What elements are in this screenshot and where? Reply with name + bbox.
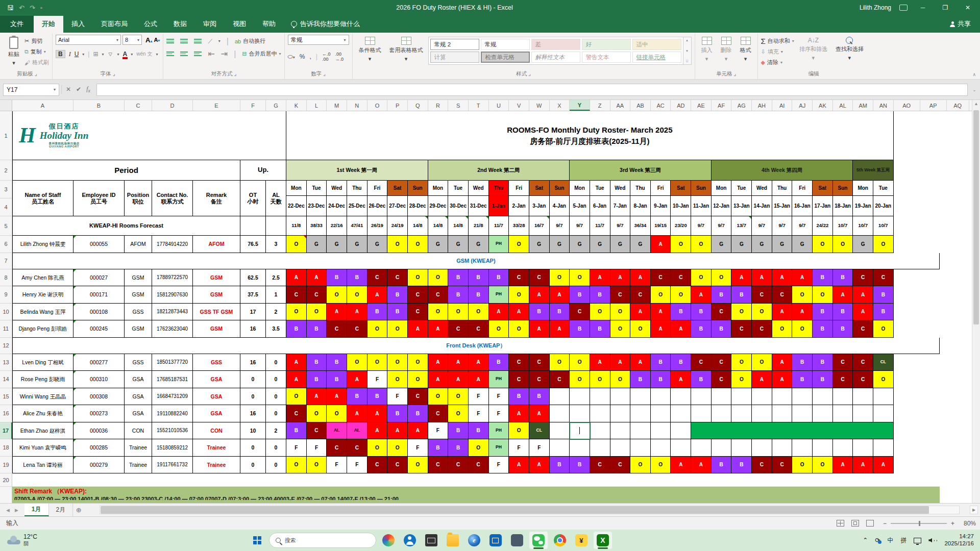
shift-cell-C[interactable]: C bbox=[752, 320, 772, 338]
shift-cell-C[interactable]: C bbox=[408, 286, 428, 304]
shift-cell-empty[interactable] bbox=[792, 405, 813, 422]
zoom-out-icon[interactable]: − bbox=[883, 520, 887, 527]
decrease-decimal-icon[interactable]: .00→.0 bbox=[335, 52, 344, 62]
shift-cell-A[interactable]: A bbox=[428, 371, 449, 388]
row-header-16[interactable]: 16 bbox=[0, 405, 12, 422]
new-sheet-button[interactable]: ⊕ bbox=[73, 504, 84, 516]
shift-cell-G[interactable]: G bbox=[731, 236, 752, 253]
shift-cell-B[interactable]: B bbox=[347, 269, 368, 287]
shift-cell-A[interactable]: A bbox=[772, 354, 793, 371]
formula-input[interactable] bbox=[96, 84, 968, 96]
column-header-U[interactable]: U bbox=[489, 100, 509, 111]
column-header-D[interactable]: D bbox=[152, 100, 193, 111]
shift-cell-O[interactable]: O bbox=[610, 371, 631, 388]
shift-cell-PH[interactable]: PH bbox=[489, 371, 509, 388]
shift-cell-O[interactable]: O bbox=[752, 304, 772, 321]
increase-indent-icon[interactable]: ⇥ bbox=[221, 49, 228, 59]
shift-cell-O[interactable]: O bbox=[772, 320, 793, 338]
shift-cell-empty[interactable] bbox=[630, 405, 651, 422]
shift-cell-A[interactable]: A bbox=[752, 269, 772, 287]
shift-cell-CL[interactable]: CL bbox=[873, 354, 894, 371]
shift-cell-B[interactable]: B bbox=[307, 354, 327, 371]
column-header-Y[interactable]: Y bbox=[570, 100, 590, 111]
column-header-AB[interactable]: AB bbox=[630, 100, 651, 111]
page-layout-view-icon[interactable] bbox=[851, 520, 859, 527]
network-icon[interactable] bbox=[914, 538, 921, 543]
shift-cell-empty[interactable] bbox=[610, 405, 631, 422]
shift-cell-empty[interactable] bbox=[712, 388, 732, 406]
delete-cells-button[interactable]: 删除▾ bbox=[718, 35, 735, 64]
shift-cell-O[interactable]: O bbox=[590, 371, 610, 388]
shift-cell-B[interactable]: B bbox=[671, 304, 691, 321]
shift-cell-B[interactable]: B bbox=[712, 457, 732, 474]
fill-color-icon[interactable]: 🜄 bbox=[108, 51, 114, 58]
cut-button[interactable]: ✂剪切 bbox=[24, 36, 49, 46]
shift-cell-F[interactable]: F bbox=[469, 405, 489, 422]
column-header-AM[interactable]: AM bbox=[853, 100, 873, 111]
shift-cell-O[interactable]: O bbox=[792, 457, 813, 474]
shift-cell-C[interactable]: C bbox=[853, 320, 873, 338]
shift-cell-A[interactable]: A bbox=[448, 371, 469, 388]
shift-cell-A[interactable]: A bbox=[792, 304, 813, 321]
shift-cell-C[interactable]: C bbox=[469, 320, 489, 338]
shift-cell-A[interactable]: A bbox=[610, 354, 631, 371]
shift-cell-F[interactable]: F bbox=[368, 371, 388, 388]
shift-cell-empty[interactable] bbox=[712, 405, 732, 422]
taskbar-app-edge[interactable]: e bbox=[465, 532, 483, 549]
format-as-table-button[interactable]: 套用表格格式▾ bbox=[386, 35, 426, 64]
shift-cell-G[interactable]: G bbox=[307, 236, 327, 253]
shift-cell-B[interactable]: B bbox=[813, 320, 833, 338]
align-middle-icon[interactable] bbox=[180, 39, 188, 43]
shift-cell-F[interactable]: F bbox=[347, 457, 368, 474]
shift-cell-C[interactable]: C bbox=[307, 422, 327, 440]
shift-cell-G[interactable]: G bbox=[347, 236, 368, 253]
shift-cell-B[interactable]: B bbox=[327, 269, 347, 287]
shift-cell-A[interactable]: A bbox=[651, 236, 671, 253]
shift-cell-O[interactable]: O bbox=[610, 304, 631, 321]
collapse-ribbon-icon[interactable]: ∧ bbox=[972, 72, 976, 77]
column-header-AP[interactable]: AP bbox=[920, 100, 947, 111]
column-header-AC[interactable]: AC bbox=[651, 100, 671, 111]
shift-cell-O[interactable]: O bbox=[651, 286, 671, 304]
shift-cell-empty[interactable] bbox=[712, 439, 732, 457]
autosum-button[interactable]: Σ自动求和▾ bbox=[761, 36, 794, 46]
zoom-in-icon[interactable]: + bbox=[951, 520, 954, 527]
shift-cell-A[interactable]: A bbox=[691, 286, 712, 304]
shift-cell-B[interactable]: B bbox=[792, 371, 813, 388]
shift-cell-empty[interactable] bbox=[550, 422, 570, 440]
shift-cell-F[interactable]: F bbox=[408, 439, 428, 457]
shift-cell-B[interactable]: B bbox=[590, 320, 610, 338]
shift-cell-empty[interactable] bbox=[833, 405, 853, 422]
ime-mode-indicator[interactable]: 中 bbox=[887, 536, 893, 545]
copy-button[interactable]: ⧉复制▾ bbox=[24, 47, 49, 57]
taskbar-search[interactable]: 搜索 bbox=[269, 533, 376, 548]
column-header-A[interactable]: A bbox=[12, 100, 74, 111]
shift-cell-A[interactable]: A bbox=[448, 354, 469, 371]
column-header-AO[interactable]: AO bbox=[894, 100, 920, 111]
shift-cell-C[interactable]: C bbox=[772, 457, 793, 474]
shift-cell-empty[interactable] bbox=[813, 388, 833, 406]
shift-cell-empty[interactable] bbox=[772, 388, 793, 406]
sheet-nav-right-icon[interactable]: ▶ bbox=[15, 508, 18, 513]
format-cells-button[interactable]: 格式▾ bbox=[737, 35, 754, 64]
shift-cell-empty[interactable] bbox=[630, 388, 651, 406]
row-header-4[interactable]: 4 bbox=[0, 198, 12, 216]
normal-view-icon[interactable] bbox=[837, 520, 844, 527]
shift-cell-O[interactable]: O bbox=[691, 236, 712, 253]
shift-cell-O[interactable]: O bbox=[469, 439, 489, 457]
shift-cell-B[interactable]: B bbox=[428, 439, 449, 457]
cell-style-差[interactable]: 差 bbox=[531, 39, 580, 50]
shift-cell-O[interactable]: O bbox=[590, 304, 610, 321]
decrease-indent-icon[interactable]: ⇤ bbox=[208, 49, 214, 59]
shift-cell-B[interactable]: B bbox=[408, 405, 428, 422]
signed-in-user[interactable]: Lilith Zhong bbox=[860, 4, 891, 11]
row-header-11[interactable]: 11 bbox=[0, 320, 12, 338]
column-header-R[interactable]: R bbox=[428, 100, 449, 111]
row-header-10[interactable]: 10 bbox=[0, 304, 12, 321]
ribbon-tab-公式[interactable]: 公式 bbox=[136, 16, 165, 33]
shift-cell-G[interactable]: G bbox=[590, 236, 610, 253]
column-header-AI[interactable]: AI bbox=[772, 100, 793, 111]
column-header-P[interactable]: P bbox=[387, 100, 408, 111]
shift-cell-O[interactable]: O bbox=[509, 320, 529, 338]
formula-bar-expand-icon[interactable]: ⌄ bbox=[970, 87, 979, 92]
